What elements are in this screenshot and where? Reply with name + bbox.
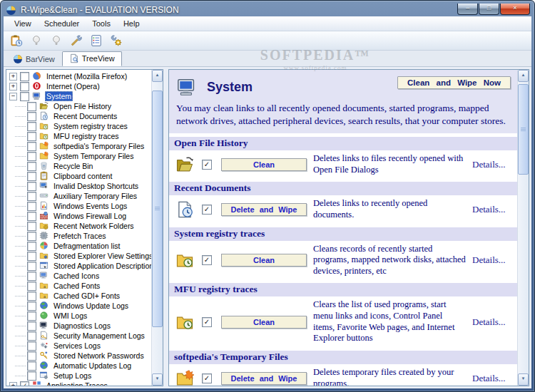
tree-item[interactable]: +Internet (Opera) bbox=[6, 81, 151, 91]
tree-item-label[interactable]: Internet (Mozilla Firefox) bbox=[45, 71, 128, 81]
tree-checkbox[interactable] bbox=[27, 262, 36, 271]
maximize-button[interactable]: □ bbox=[479, 4, 499, 15]
panel-scrollbar[interactable]: ▲ ▼ bbox=[517, 70, 529, 386]
tree-item[interactable]: Windows Update Logs bbox=[6, 301, 151, 311]
tree-checkbox[interactable] bbox=[27, 371, 36, 381]
tree-item-label[interactable]: Application Traces bbox=[45, 381, 109, 386]
section-checkbox[interactable]: ✓ bbox=[202, 205, 212, 215]
scroll-down-icon[interactable]: ▼ bbox=[518, 373, 529, 386]
tree-checkbox[interactable] bbox=[20, 82, 29, 91]
tree-checkbox[interactable] bbox=[27, 341, 36, 351]
tree-scroll-thumb[interactable] bbox=[152, 91, 163, 327]
tree-checkbox[interactable] bbox=[27, 282, 36, 291]
tree-item-label[interactable]: WMI Logs bbox=[52, 311, 88, 321]
tree-item-label[interactable]: Stored Network Passwords bbox=[52, 351, 146, 361]
tree-checkbox[interactable] bbox=[27, 301, 36, 311]
section-checkbox[interactable]: ✓ bbox=[202, 317, 212, 327]
tab-barview[interactable]: BarView bbox=[6, 52, 62, 66]
clean-button[interactable]: Delete and Wipe bbox=[221, 203, 307, 216]
tree-item-label[interactable]: Windows Update Logs bbox=[52, 301, 130, 311]
expand-icon[interactable]: + bbox=[9, 73, 17, 81]
tree-scroll-track[interactable] bbox=[152, 82, 163, 373]
tree-item[interactable]: Cached Icons bbox=[6, 271, 151, 281]
tree-item[interactable]: Defragmentation list bbox=[6, 241, 151, 251]
tree-item[interactable]: Prefetch Traces bbox=[6, 231, 151, 241]
toolbar-button-1[interactable] bbox=[7, 33, 25, 48]
tree-item-label[interactable]: Recent Documents bbox=[52, 111, 118, 121]
tree-item[interactable]: System registry traces bbox=[6, 121, 151, 131]
tree-checkbox[interactable] bbox=[27, 292, 36, 301]
tree-checkbox[interactable] bbox=[27, 321, 36, 331]
tree-item-label[interactable]: Invalid Desktop Shortcuts bbox=[52, 181, 140, 191]
tree-item-label[interactable]: Auxiliary Temporary Files bbox=[52, 191, 138, 201]
menu-help[interactable]: Help bbox=[117, 18, 146, 29]
tree-item[interactable]: softpedia's Temporary Files bbox=[6, 141, 151, 151]
details-link[interactable]: Details... bbox=[472, 159, 511, 170]
tree-item[interactable]: Stored Application Descriptions bbox=[6, 261, 151, 271]
toolbar-button-2[interactable] bbox=[27, 33, 45, 48]
tree-checkbox[interactable]: ✓ bbox=[20, 381, 29, 386]
tree-checkbox[interactable] bbox=[27, 331, 36, 341]
tree-item[interactable]: Recent Network Folders bbox=[6, 221, 151, 231]
tree-item[interactable]: Windows Firewall Log bbox=[6, 211, 151, 221]
tree-checkbox[interactable] bbox=[20, 72, 29, 81]
expand-icon[interactable]: + bbox=[9, 83, 17, 91]
tree-item-label[interactable]: Diagnostics Logs bbox=[52, 321, 112, 331]
tree-item-label[interactable]: Stored Application Descriptions bbox=[52, 261, 151, 271]
tree-item[interactable]: Invalid Desktop Shortcuts bbox=[6, 181, 151, 191]
tree-checkbox[interactable] bbox=[27, 102, 36, 111]
section-checkbox[interactable]: ✓ bbox=[202, 160, 212, 170]
tree-item[interactable]: +✓Application Traces bbox=[6, 381, 151, 386]
toolbar-button-6[interactable] bbox=[107, 33, 125, 48]
clean-button[interactable]: Clean bbox=[221, 254, 307, 267]
clean-button[interactable]: Delete and Wipe bbox=[221, 372, 307, 385]
tree-item[interactable]: +Internet (Mozilla Firefox) bbox=[6, 71, 151, 81]
tree-checkbox[interactable] bbox=[27, 142, 36, 151]
tree-item[interactable]: Setup Logs bbox=[6, 371, 151, 381]
tree-item-label[interactable]: Services Logs bbox=[52, 341, 102, 351]
tree-item[interactable]: Automatic Updates Log bbox=[6, 361, 151, 371]
clean-button[interactable]: Clean bbox=[221, 158, 307, 171]
tree-checkbox[interactable] bbox=[27, 232, 36, 241]
menu-scheduler[interactable]: Scheduler bbox=[38, 18, 86, 29]
tree-checkbox[interactable] bbox=[27, 252, 36, 261]
tree-item-label[interactable]: Recent Network Folders bbox=[52, 221, 136, 231]
panel-scroll-track[interactable] bbox=[518, 82, 529, 373]
tree-item-label[interactable]: Open File History bbox=[52, 101, 113, 111]
tree-item[interactable]: Auxiliary Temporary Files bbox=[6, 191, 151, 201]
scroll-up-icon[interactable]: ▲ bbox=[152, 70, 163, 82]
tree-checkbox[interactable] bbox=[27, 112, 36, 121]
toolbar-button-3[interactable] bbox=[47, 33, 65, 48]
expand-icon[interactable]: + bbox=[9, 382, 17, 386]
tree-checkbox[interactable] bbox=[27, 192, 36, 201]
tree-item-label[interactable]: Internet (Opera) bbox=[45, 81, 101, 91]
tree-checkbox[interactable] bbox=[27, 152, 36, 161]
tree-item-label[interactable]: Automatic Updates Log bbox=[52, 361, 133, 371]
tree-checkbox[interactable] bbox=[27, 361, 36, 371]
tree-item[interactable]: Security Management Logs bbox=[6, 331, 151, 341]
panel-scroll-thumb[interactable] bbox=[518, 84, 529, 175]
tree-checkbox[interactable] bbox=[27, 162, 36, 171]
tree-checkbox[interactable] bbox=[27, 122, 36, 131]
scroll-down-icon[interactable]: ▼ bbox=[152, 373, 163, 386]
tree-item[interactable]: Stored Explorer View Settings bbox=[6, 251, 151, 261]
tree-item-label[interactable]: Setup Logs bbox=[52, 371, 93, 381]
tree-item[interactable]: −System bbox=[6, 91, 151, 101]
tree-checkbox[interactable] bbox=[27, 172, 36, 181]
tree-item-label[interactable]: Windows Firewall Log bbox=[52, 211, 128, 221]
tree-item-label[interactable]: System Temporary Files bbox=[52, 151, 135, 161]
tree-item[interactable]: Open File History bbox=[6, 101, 151, 111]
tree-item-label[interactable]: Cached Icons bbox=[52, 271, 101, 281]
tree-item-label[interactable]: Defragmentation list bbox=[52, 241, 121, 251]
details-link[interactable]: Details... bbox=[472, 316, 511, 328]
minimize-button[interactable]: – bbox=[457, 4, 478, 15]
details-link[interactable]: Details... bbox=[472, 373, 511, 384]
tree-item-label[interactable]: Prefetch Traces bbox=[52, 231, 108, 241]
tree-item[interactable]: System Temporary Files bbox=[6, 151, 151, 161]
tree-checkbox[interactable] bbox=[27, 132, 36, 141]
tree-item-label[interactable]: Windows Events Logs bbox=[52, 201, 128, 211]
panel-splitter[interactable] bbox=[163, 69, 168, 386]
tree-item-label[interactable]: Recycle Bin bbox=[52, 161, 94, 171]
tree-item[interactable]: Recycle Bin bbox=[6, 161, 151, 171]
details-link[interactable]: Details... bbox=[472, 254, 511, 266]
